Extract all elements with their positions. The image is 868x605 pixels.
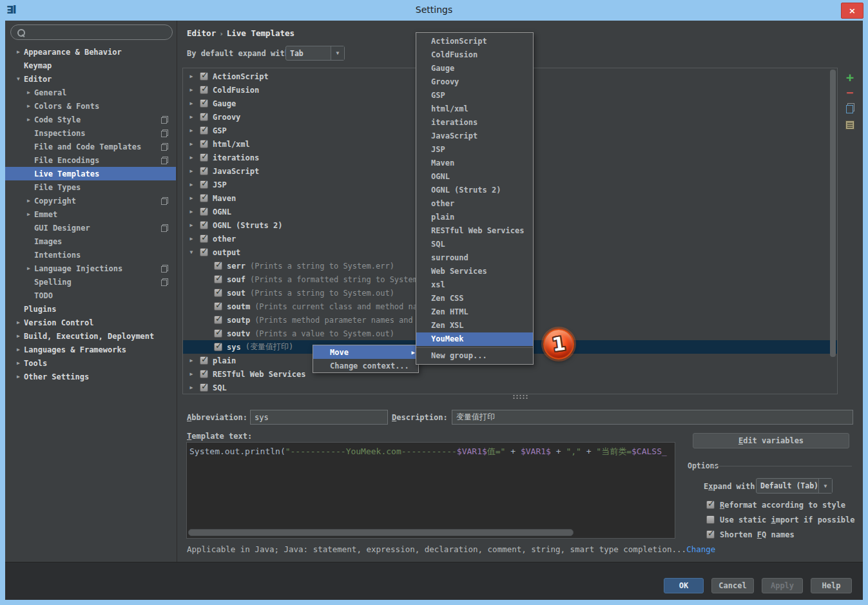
abbreviation-field[interactable]	[250, 410, 388, 425]
sidebar-item-colors-fonts[interactable]: ▶Colors & Fonts	[5, 99, 176, 113]
sidebar-item-file-types[interactable]: File Types	[5, 180, 176, 194]
group-menu-item-plain[interactable]: plain	[416, 211, 533, 224]
checkbox-icon[interactable]	[200, 235, 208, 243]
checkbox-icon[interactable]	[200, 113, 208, 121]
group-menu-item-web-services[interactable]: Web Services	[416, 265, 533, 278]
sidebar-item-version-control[interactable]: ▶Version Control	[5, 316, 176, 329]
help-button[interactable]: Help	[811, 578, 852, 593]
group-menu-item-gsp[interactable]: GSP	[416, 89, 533, 102]
search-input[interactable]	[30, 28, 172, 37]
sidebar-item-plugins[interactable]: Plugins	[5, 302, 176, 316]
breadcrumb-item[interactable]: Editor	[187, 28, 216, 38]
sidebar-item-build-execution-deployment[interactable]: ▶Build, Execution, Deployment	[5, 329, 176, 343]
sidebar-item-file-encodings[interactable]: File Encodings	[5, 153, 176, 167]
checkbox-icon[interactable]	[214, 289, 222, 297]
group-menu-item-actionscript[interactable]: ActionScript	[416, 35, 533, 48]
sidebar-item-todo[interactable]: TODO	[5, 289, 176, 302]
checkbox-icon[interactable]	[200, 180, 208, 189]
checkbox-icon[interactable]	[214, 343, 222, 351]
add-icon[interactable]: +	[842, 70, 858, 85]
group-menu-item-restful-web-services[interactable]: RESTful Web Services	[416, 224, 533, 238]
group-menu-item-groovy[interactable]: Groovy	[416, 75, 533, 89]
chevron-down-icon[interactable]: ▼	[331, 46, 344, 60]
tree-scrollbar[interactable]	[830, 70, 836, 357]
sidebar-item-keymap[interactable]: Keymap	[5, 59, 176, 72]
option-shorten-fq-names[interactable]: Shorten FQ names	[706, 527, 855, 542]
checkbox-icon[interactable]	[200, 383, 208, 392]
checkbox-icon[interactable]	[706, 501, 715, 509]
sidebar-item-file-and-code-templates[interactable]: File and Code Templates	[5, 140, 176, 153]
checkbox-icon[interactable]	[200, 207, 208, 216]
change-context-link[interactable]: Change	[686, 544, 715, 554]
sidebar-item-general[interactable]: ▶General	[5, 86, 176, 99]
checkbox-icon[interactable]	[200, 72, 208, 81]
checkbox-icon[interactable]	[214, 262, 222, 270]
sidebar-item-live-templates[interactable]: Live Templates	[5, 167, 176, 180]
sidebar-item-languages-frameworks[interactable]: ▶Languages & Frameworks	[5, 343, 176, 356]
cancel-button[interactable]: Cancel	[711, 578, 754, 593]
group-menu-item-zen-html[interactable]: Zen HTML	[416, 305, 533, 319]
chevron-down-icon[interactable]: ▼	[818, 479, 832, 493]
reset-defaults-icon[interactable]	[842, 120, 858, 132]
template-group-restful-web-services[interactable]: ▶RESTful Web Services	[183, 367, 837, 381]
sidebar-item-tools[interactable]: ▶Tools	[5, 356, 176, 370]
sidebar-item-intentions[interactable]: Intentions	[5, 248, 176, 262]
splitter-handle[interactable]	[512, 394, 529, 399]
checkbox-icon[interactable]	[214, 329, 222, 338]
option-use-static-import-if-possible[interactable]: Use static import if possible	[706, 512, 855, 527]
sidebar-item-copyright[interactable]: ▶Copyright	[5, 194, 176, 207]
group-menu-item-coldfusion[interactable]: ColdFusion	[416, 48, 533, 62]
group-menu-item-gauge[interactable]: Gauge	[416, 62, 533, 75]
sidebar-item-editor[interactable]: ▼Editor	[5, 72, 176, 86]
checkbox-icon[interactable]	[214, 302, 222, 311]
option-reformat-according-to-style[interactable]: Reformat according to style	[706, 497, 855, 512]
ok-button[interactable]: OK	[664, 578, 704, 593]
titlebar[interactable]: ꓱI Settings ×	[0, 0, 868, 21]
group-menu-item-iterations[interactable]: iterations	[416, 116, 533, 130]
checkbox-icon[interactable]	[200, 370, 208, 378]
group-menu-item-jsp[interactable]: JSP	[416, 143, 533, 157]
group-menu-item-surround[interactable]: surround	[416, 251, 533, 265]
group-menu-item-new-group[interactable]: New group...	[416, 349, 533, 363]
group-menu-item-zen-xsl[interactable]: Zen XSL	[416, 319, 533, 332]
checkbox-icon[interactable]	[200, 140, 208, 148]
group-menu-item-youmeek[interactable]: YouMeek	[416, 332, 533, 346]
checkbox-icon[interactable]	[214, 275, 222, 283]
description-field[interactable]	[452, 410, 853, 425]
checkbox-icon[interactable]	[200, 126, 208, 135]
remove-icon[interactable]: −	[842, 86, 858, 99]
search-box[interactable]	[10, 24, 173, 40]
group-menu-item-javascript[interactable]: JavaScript	[416, 130, 533, 143]
sidebar-item-images[interactable]: Images	[5, 235, 176, 248]
close-button[interactable]: ×	[841, 3, 863, 19]
breadcrumb-item[interactable]: Live Templates	[227, 28, 294, 38]
template-group-sql[interactable]: ▶SQL	[183, 381, 837, 394]
checkbox-icon[interactable]	[200, 86, 208, 94]
sidebar-item-language-injections[interactable]: ▶Language Injections	[5, 262, 176, 275]
template-text-editor[interactable]: System.out.println("-----------YouMeek.c…	[186, 442, 675, 539]
context-menu-item-change-context[interactable]: Change context...	[313, 359, 418, 372]
sidebar-item-spelling[interactable]: Spelling	[5, 275, 176, 289]
group-menu-item-other[interactable]: other	[416, 197, 533, 211]
edit-variables-button[interactable]: Edit variables	[693, 433, 849, 448]
sidebar-item-other-settings[interactable]: ▶Other Settings	[5, 370, 176, 383]
context-menu-item-move[interactable]: Move▶	[313, 345, 418, 359]
group-menu-item-sql[interactable]: SQL	[416, 238, 533, 251]
sidebar-item-inspections[interactable]: Inspections	[5, 126, 176, 140]
checkbox-icon[interactable]	[214, 316, 222, 324]
sidebar-item-gui-designer[interactable]: GUI Designer	[5, 221, 176, 235]
checkbox-icon[interactable]	[706, 530, 715, 539]
group-menu-item-zen-css[interactable]: Zen CSS	[416, 292, 533, 305]
checkbox-icon[interactable]	[200, 99, 208, 108]
sidebar-item-code-style[interactable]: ▶Code Style	[5, 113, 176, 126]
checkbox-icon[interactable]	[706, 515, 715, 524]
default-expand-combo[interactable]: Tab ▼	[285, 46, 345, 61]
sidebar-item-appearance-behavior[interactable]: ▶Appearance & Behavior	[5, 45, 176, 59]
expand-with-combo[interactable]: Default (Tab) ▼	[756, 478, 833, 494]
group-menu-item-xsl[interactable]: xsl	[416, 278, 533, 292]
group-menu-item-maven[interactable]: Maven	[416, 157, 533, 170]
duplicate-icon[interactable]	[842, 103, 858, 116]
editor-scrollbar[interactable]	[188, 529, 574, 536]
checkbox-icon[interactable]	[200, 167, 208, 175]
checkbox-icon[interactable]	[200, 221, 208, 229]
